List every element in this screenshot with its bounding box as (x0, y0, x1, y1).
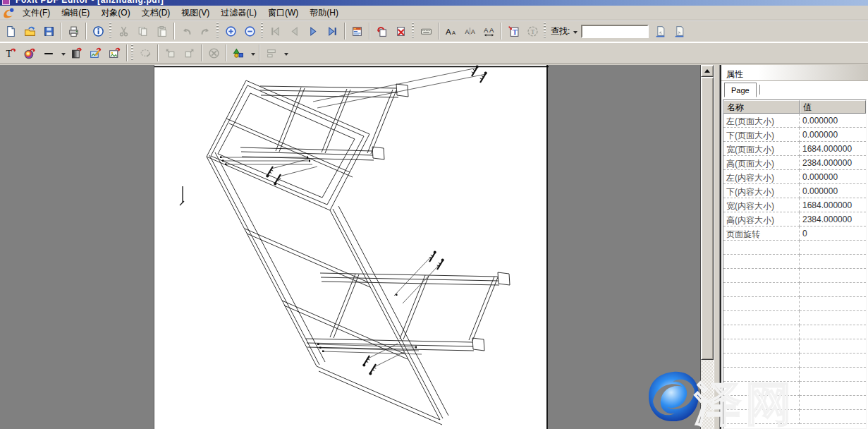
delete-page-button[interactable] (391, 22, 410, 40)
transform-forward-button[interactable] (180, 44, 199, 62)
first-page-button[interactable] (266, 22, 285, 40)
property-row-empty (723, 311, 866, 325)
menu-document[interactable]: 文档(D) (136, 6, 176, 20)
scrollbar-track[interactable] (701, 360, 714, 429)
vertical-scrollbar[interactable] (700, 65, 714, 429)
toolbar-grip[interactable] (109, 23, 111, 40)
text-circle-icon: T (527, 25, 539, 37)
zoom-in-icon (225, 25, 237, 37)
column-header-name[interactable]: 名称 (723, 100, 800, 114)
new-document-button[interactable] (1, 22, 20, 40)
previous-page-button[interactable] (285, 22, 304, 40)
property-row[interactable]: 宽(内容大小) 1684.000000 (723, 198, 866, 212)
document-menu-icon[interactable] (2, 7, 15, 18)
align-dropdown[interactable] (281, 45, 290, 61)
undo-button[interactable] (177, 22, 196, 40)
insert-text-button[interactable]: T (504, 22, 523, 40)
font-size-icon: AA (445, 25, 457, 37)
find-next-button[interactable] (670, 22, 689, 40)
document-info-button[interactable] (89, 22, 108, 40)
font-tracking-button[interactable]: AA (479, 22, 499, 40)
menu-file[interactable]: 文件(F) (17, 6, 56, 20)
open-file-button[interactable] (20, 22, 39, 40)
toolbar-grip[interactable] (412, 23, 414, 40)
toolbar-grip[interactable] (131, 44, 133, 61)
align-objects-button[interactable] (262, 44, 281, 62)
add-image-button[interactable] (105, 44, 124, 62)
keyboard-button[interactable] (417, 22, 436, 40)
property-row[interactable]: 宽(页面大小) 1684.000000 (723, 142, 866, 156)
menu-window[interactable]: 窗口(W) (262, 6, 304, 20)
menu-edit[interactable]: 编辑(E) (56, 6, 95, 20)
line-style-dropdown[interactable] (59, 45, 67, 61)
font-size-button[interactable]: AA (441, 22, 460, 40)
transform-back-button[interactable] (161, 44, 180, 62)
find-dropdown-button[interactable] (570, 23, 579, 39)
find-input[interactable] (581, 25, 649, 38)
property-row[interactable]: 页面旋转 0 (723, 226, 866, 241)
menu-object[interactable]: 对象(O) (95, 6, 135, 20)
menu-view[interactable]: 视图(V) (176, 6, 215, 20)
property-value: 0.000000 (800, 128, 866, 142)
font-tracking-icon: AA (483, 25, 495, 37)
lasso-select-button[interactable] (136, 44, 155, 62)
toolbar-separator (126, 44, 128, 61)
grid-header: 名称 值 (723, 100, 866, 114)
page-form-button[interactable] (348, 22, 367, 40)
zoom-out-button[interactable] (240, 22, 259, 40)
add-gradient-icon (71, 47, 82, 59)
add-color-button[interactable] (20, 44, 39, 62)
property-row-empty (723, 255, 866, 269)
svg-text:A: A (489, 25, 494, 33)
font-width-button[interactable]: AA (460, 22, 479, 40)
copy-button[interactable] (133, 22, 152, 40)
redo-button[interactable] (196, 22, 215, 40)
panel-splitter[interactable] (714, 65, 720, 429)
property-row[interactable]: 高(页面大小) 2384.000000 (723, 156, 866, 170)
add-gradient-button[interactable] (67, 44, 86, 62)
add-shape-button[interactable] (229, 44, 248, 62)
column-header-value[interactable]: 值 (800, 100, 866, 114)
tab-page[interactable]: Page (724, 83, 757, 97)
zoom-in-button[interactable] (221, 22, 240, 40)
chevron-down-icon (251, 53, 255, 58)
document-canvas[interactable] (0, 65, 700, 429)
property-row[interactable]: 下(页面大小) 0.000000 (723, 128, 866, 142)
scroll-up-button[interactable] (701, 65, 714, 77)
toolbar-separator (201, 44, 202, 61)
add-color-icon (24, 47, 36, 59)
delete-object-button[interactable] (204, 44, 224, 62)
property-row-empty (723, 410, 866, 424)
find-previous-button[interactable] (651, 22, 670, 40)
text-circle-button[interactable]: T (523, 22, 542, 40)
pdf-page[interactable] (154, 65, 548, 429)
find-label: 查找: (551, 25, 570, 37)
property-row[interactable]: 下(内容大小) 0.000000 (723, 184, 866, 198)
add-text-button[interactable]: T (1, 44, 20, 62)
line-style-button[interactable] (39, 44, 59, 62)
save-button[interactable] (39, 22, 59, 40)
toolbar-grip[interactable] (544, 23, 546, 40)
technical-drawing (154, 65, 549, 429)
scrollbar-thumb[interactable] (701, 77, 714, 360)
last-page-button[interactable] (323, 22, 342, 40)
paste-button[interactable] (152, 22, 171, 40)
cut-button[interactable] (114, 22, 133, 40)
toolbar-grip[interactable] (216, 23, 219, 40)
property-row[interactable]: 高(内容大小) 2384.000000 (723, 212, 866, 226)
find-previous-icon (654, 25, 666, 37)
menu-help[interactable]: 帮助(H) (304, 6, 344, 20)
property-row[interactable]: 左(内容大小) 0.000000 (723, 170, 866, 184)
toolbar-grip[interactable] (261, 23, 263, 40)
edit-image-button[interactable] (86, 44, 105, 62)
main-area: 属性 Page 名称 值 左(页面大小) 0.000000 下(页面大小) 0.… (0, 65, 868, 429)
menu-filter[interactable]: 过滤器(L) (215, 6, 262, 20)
ladder-long-leg (207, 80, 448, 425)
add-shape-dropdown[interactable] (248, 45, 257, 61)
next-page-button[interactable] (304, 22, 323, 40)
print-button[interactable] (64, 22, 83, 40)
previous-page-icon (288, 25, 300, 37)
rotate-page-button[interactable] (372, 22, 391, 40)
lasso-icon (140, 47, 152, 59)
property-row[interactable]: 左(页面大小) 0.000000 (723, 114, 866, 128)
